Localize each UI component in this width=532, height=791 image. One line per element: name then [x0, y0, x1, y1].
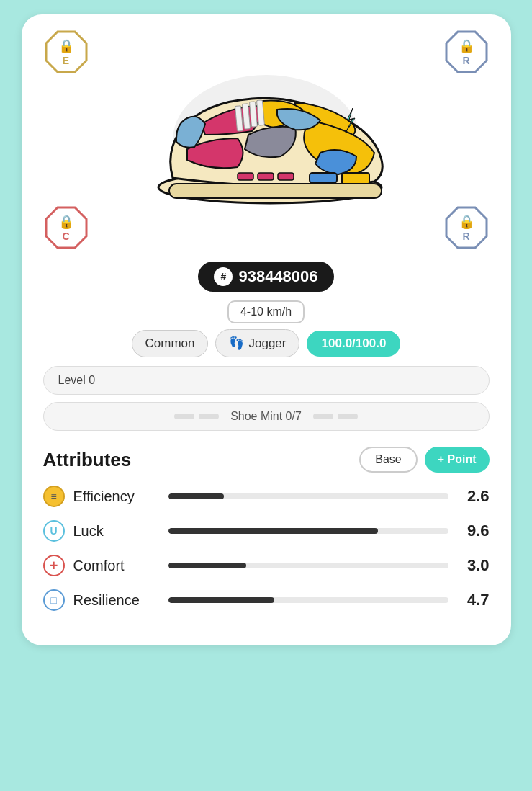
lock-icon-br: 🔒 — [459, 214, 474, 230]
stat-icon-resilience: □ — [43, 589, 65, 611]
footprint-icon: 👣 — [229, 336, 244, 351]
svg-rect-7 — [278, 173, 294, 180]
type-badge[interactable]: 👣 Jogger — [215, 329, 299, 357]
stat-bar-fill-efficiency — [168, 493, 225, 499]
attributes-header: Attributes Base + Point — [43, 447, 490, 473]
stat-row-efficiency: ≡Efficiency2.6 — [43, 486, 490, 507]
stat-bar-efficiency — [168, 493, 448, 499]
svg-rect-6 — [258, 173, 274, 180]
stat-name-resilience: Resilience — [73, 592, 160, 609]
shoe-id-badge[interactable]: # 938448006 — [198, 262, 333, 292]
badge-bottom-left[interactable]: 🔒 C — [43, 205, 89, 251]
svg-rect-5 — [238, 173, 253, 180]
shoe-id: 938448006 — [238, 267, 317, 286]
header-buttons: Base + Point — [359, 447, 489, 473]
stat-icon-luck: U — [43, 520, 65, 542]
svg-rect-12 — [169, 184, 382, 198]
mint-dot-1 — [174, 414, 194, 419]
hash-icon: # — [214, 267, 233, 286]
shoe-image — [137, 66, 396, 213]
shoe-id-row: # 938448006 — [43, 262, 490, 292]
stat-bar-fill-comfort — [168, 563, 247, 568]
rarity-badge[interactable]: Common — [132, 330, 209, 357]
stat-row-comfort: +Comfort3.0 — [43, 555, 490, 576]
info-row: 4-10 km/h Common 👣 Jogger 100.0/100.0 — [43, 300, 490, 357]
type-row: Common 👣 Jogger 100.0/100.0 — [132, 329, 401, 357]
mint-bar-inner: Shoe Mint 0/7 — [58, 410, 474, 423]
badge-tr-letter: R — [462, 55, 469, 66]
stat-name-efficiency: Efficiency — [73, 488, 160, 505]
mint-dot-3 — [313, 414, 333, 419]
stat-bar-fill-resilience — [168, 597, 275, 603]
stat-bar-resilience — [168, 597, 448, 603]
lock-icon-tl: 🔒 — [58, 38, 74, 54]
mint-dot-2 — [199, 414, 219, 419]
stat-value-comfort: 3.0 — [457, 556, 490, 575]
stat-bar-luck — [168, 528, 448, 534]
stat-value-luck: 9.6 — [457, 522, 490, 540]
badge-bl-letter: C — [62, 231, 69, 242]
stat-name-comfort: Comfort — [73, 558, 160, 574]
point-button[interactable]: + Point — [425, 447, 490, 473]
badge-br-letter: R — [462, 231, 469, 242]
base-button[interactable]: Base — [359, 447, 417, 473]
speed-badge: 4-10 km/h — [227, 300, 305, 323]
stat-name-luck: Luck — [73, 523, 160, 540]
svg-rect-4 — [342, 173, 369, 184]
stat-value-efficiency: 2.6 — [457, 487, 490, 506]
level-bar[interactable]: Level 0 — [43, 366, 490, 395]
shoe-card: 🔒 E 🔒 R — [22, 14, 511, 645]
durability-badge: 100.0/100.0 — [307, 331, 400, 357]
attributes-title: Attributes — [43, 449, 132, 471]
mint-dot-4 — [338, 414, 358, 419]
stat-row-resilience: □Resilience4.7 — [43, 589, 490, 611]
mint-bar[interactable]: Shoe Mint 0/7 — [43, 402, 490, 431]
badge-tl-letter: E — [63, 55, 69, 66]
stat-icon-efficiency: ≡ — [43, 486, 65, 507]
svg-rect-3 — [310, 173, 337, 183]
stat-bar-fill-luck — [168, 528, 379, 534]
shoe-type-label: Jogger — [248, 336, 286, 351]
shoe-image-area — [43, 61, 490, 219]
mint-label: Shoe Mint 0/7 — [230, 410, 302, 423]
stat-value-resilience: 4.7 — [457, 591, 490, 609]
stats-container: ≡Efficiency2.6ULuck9.6+Comfort3.0□Resili… — [43, 486, 490, 611]
lock-icon-tr: 🔒 — [459, 38, 474, 54]
stat-icon-comfort: + — [43, 555, 65, 576]
lock-icon-bl: 🔒 — [58, 214, 74, 230]
stat-bar-comfort — [168, 563, 448, 568]
badge-bottom-right[interactable]: 🔒 R — [443, 205, 490, 251]
stat-row-luck: ULuck9.6 — [43, 520, 490, 542]
